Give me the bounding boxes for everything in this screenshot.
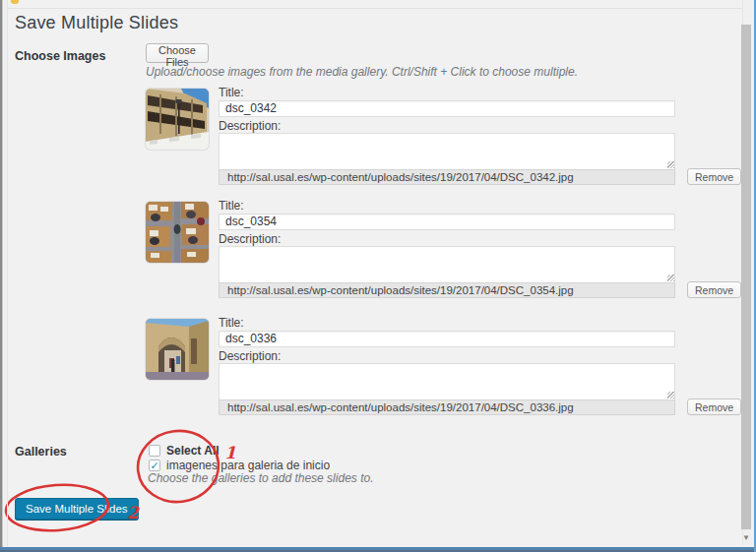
vertical-scrollbar-track[interactable]: ▼ — [742, 0, 754, 545]
thumbnail-library-overhead-icon — [146, 202, 209, 263]
remove-slide-button[interactable]: Remove — [687, 399, 741, 415]
description-label: Description: — [219, 233, 675, 245]
galleries-hint-text: Choose the galleries to add these slides… — [148, 471, 373, 485]
vertical-scrollbar-thumb[interactable] — [741, 25, 751, 529]
window-left-edge-highlight — [2, 0, 3, 552]
thumbnail-stone-archway-icon — [146, 319, 209, 380]
title-label: Title: — [219, 200, 675, 212]
title-label: Title: — [219, 87, 675, 98]
slide-url-readout: http://sal.usal.es/wp-content/uploads/si… — [219, 399, 675, 415]
choose-images-label: Choose Images — [15, 49, 105, 63]
gallery-option-checkbox-checked[interactable]: ✓ — [149, 460, 160, 471]
description-label: Description: — [219, 120, 675, 132]
textarea-resize-grip-icon[interactable] — [667, 161, 674, 168]
favicon-remnant-icon — [11, 0, 19, 4]
slide-title-input[interactable] — [219, 214, 675, 230]
textarea-resize-grip-icon[interactable] — [667, 392, 674, 399]
remove-slide-button[interactable]: Remove — [687, 168, 741, 185]
slide-description-textarea[interactable] — [219, 133, 675, 171]
slide-url-readout: http://sal.usal.es/wp-content/uploads/si… — [219, 282, 675, 298]
slide-entry-2: Title: Description: http://sal.usal.es/w… — [146, 200, 736, 302]
slide-entry-1: Title: Description: http://sal.usal.es/w… — [146, 87, 736, 189]
gallery-option-row: ✓ imagenes para galeria de inicio — [149, 459, 330, 472]
select-all-row: Select All — [149, 444, 220, 458]
save-multiple-slides-page: Save Multiple Slides Choose Images Choos… — [0, 0, 756, 552]
title-label: Title: — [219, 317, 675, 329]
thumbnail-building-facade-icon — [146, 89, 209, 150]
slide-description-textarea[interactable] — [219, 246, 675, 284]
content-left-divider — [7, 0, 8, 552]
slide-entry-3: Title: Description: http://sal.usal.es/w… — [146, 317, 736, 419]
slide-url-readout: http://sal.usal.es/wp-content/uploads/si… — [219, 169, 675, 185]
textarea-resize-grip-icon[interactable] — [667, 275, 674, 281]
slide-title-input[interactable] — [219, 331, 675, 347]
remove-slide-button[interactable]: Remove — [687, 281, 741, 298]
slide-title-input[interactable] — [219, 100, 675, 117]
choose-files-button[interactable]: Choose Files — [146, 43, 209, 63]
select-all-checkbox[interactable] — [149, 445, 160, 457]
galleries-label: Galleries — [15, 445, 67, 459]
save-multiple-slides-button[interactable]: Save Multiple Slides — [15, 498, 139, 520]
slide-description-textarea[interactable] — [219, 363, 675, 401]
gallery-option-label: imagenes para galeria de inicio — [166, 459, 330, 472]
top-border-remnant — [8, 8, 756, 9]
page-title: Save Multiple Slides — [15, 13, 178, 33]
select-all-label: Select All — [166, 444, 220, 458]
description-label: Description: — [219, 350, 675, 362]
scrollbar-down-arrow-icon[interactable]: ▼ — [741, 532, 751, 544]
upload-hint-text: Upload/choose images from the media gall… — [146, 65, 578, 79]
